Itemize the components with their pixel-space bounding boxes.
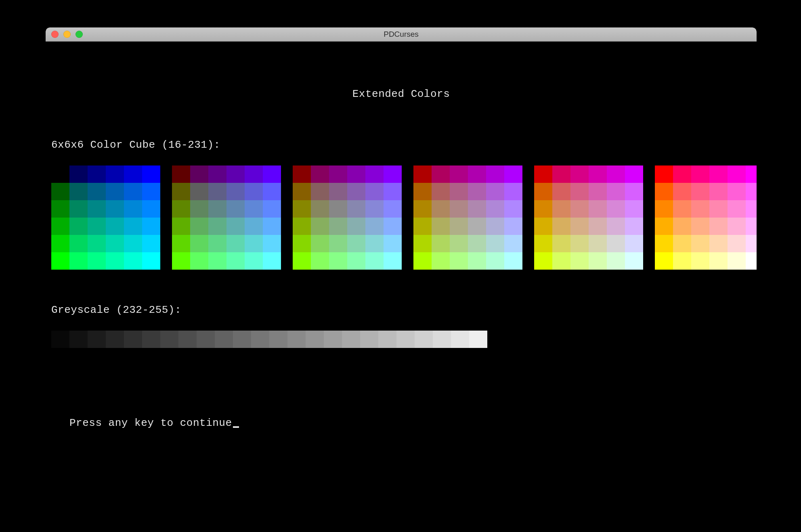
color-swatch <box>504 252 522 270</box>
color-swatch <box>365 252 384 270</box>
color-swatch <box>347 218 365 235</box>
color-swatch <box>293 252 311 270</box>
grey-swatch <box>287 331 306 348</box>
color-swatch <box>450 183 468 200</box>
color-swatch <box>625 252 643 270</box>
color-swatch <box>51 252 69 270</box>
color-swatch <box>190 218 208 235</box>
color-swatch <box>347 200 365 218</box>
color-swatch <box>673 183 691 200</box>
color-swatch <box>709 252 728 270</box>
color-swatch <box>534 218 552 235</box>
color-swatch <box>69 165 88 183</box>
color-swatch <box>311 200 329 218</box>
color-swatch <box>384 235 402 252</box>
color-swatch <box>746 218 757 235</box>
color-swatch <box>552 200 570 218</box>
color-swatch <box>468 235 486 252</box>
maximize-icon[interactable] <box>75 31 83 38</box>
color-swatch <box>124 252 142 270</box>
color-swatch <box>311 218 329 235</box>
color-swatch <box>468 165 486 183</box>
color-swatch <box>190 200 208 218</box>
color-swatch <box>329 235 347 252</box>
color-swatch <box>728 165 746 183</box>
color-swatch <box>673 235 691 252</box>
color-swatch <box>413 183 432 200</box>
color-swatch <box>728 200 746 218</box>
color-swatch <box>329 200 347 218</box>
grey-swatch <box>469 331 487 348</box>
color-swatch <box>625 218 643 235</box>
terminal-area[interactable]: Extended Colors 6x6x6 Color Cube (16-231… <box>46 42 757 517</box>
color-swatch <box>625 183 643 200</box>
color-swatch <box>709 165 728 183</box>
color-swatch <box>432 200 450 218</box>
titlebar[interactable]: PDCurses <box>46 27 757 42</box>
color-swatch <box>570 200 589 218</box>
color-swatch <box>226 165 245 183</box>
color-swatch <box>88 218 106 235</box>
color-swatch <box>51 235 69 252</box>
color-swatch <box>329 165 347 183</box>
color-swatch <box>190 183 208 200</box>
color-swatch <box>691 235 709 252</box>
app-window: PDCurses Extended Colors 6x6x6 Color Cub… <box>46 27 757 517</box>
color-swatch <box>311 235 329 252</box>
color-swatch <box>142 252 160 270</box>
color-swatch <box>347 235 365 252</box>
color-swatch <box>245 218 263 235</box>
color-swatch <box>709 235 728 252</box>
close-icon[interactable] <box>51 31 59 38</box>
color-swatch <box>226 252 245 270</box>
color-swatch <box>589 165 607 183</box>
grey-swatch <box>106 331 124 348</box>
color-swatch <box>245 200 263 218</box>
color-swatch <box>655 218 673 235</box>
color-swatch <box>607 235 625 252</box>
color-swatch <box>329 252 347 270</box>
color-swatch <box>245 165 263 183</box>
color-swatch <box>69 218 88 235</box>
color-swatch <box>413 200 432 218</box>
color-swatch <box>504 218 522 235</box>
color-swatch <box>625 165 643 183</box>
color-swatch <box>329 183 347 200</box>
grey-swatch <box>69 331 88 348</box>
color-swatch <box>347 165 365 183</box>
color-swatch <box>607 218 625 235</box>
minimize-icon[interactable] <box>63 31 71 38</box>
color-swatch <box>226 235 245 252</box>
color-swatch <box>570 165 589 183</box>
color-swatch <box>746 165 757 183</box>
color-swatch <box>552 165 570 183</box>
color-swatch <box>589 183 607 200</box>
grey-swatch <box>360 331 378 348</box>
color-swatch <box>486 252 504 270</box>
color-swatch <box>655 200 673 218</box>
color-swatch <box>709 218 728 235</box>
grey-swatch <box>124 331 142 348</box>
color-swatch <box>106 165 124 183</box>
color-swatch <box>88 183 106 200</box>
color-swatch <box>450 252 468 270</box>
color-swatch <box>655 165 673 183</box>
color-swatch <box>226 200 245 218</box>
grey-swatch <box>142 331 160 348</box>
color-swatch <box>88 200 106 218</box>
color-swatch <box>432 252 450 270</box>
color-swatch <box>51 165 69 183</box>
color-swatch <box>106 235 124 252</box>
color-swatch <box>142 235 160 252</box>
color-swatch <box>311 252 329 270</box>
color-swatch <box>691 165 709 183</box>
color-swatch <box>570 183 589 200</box>
color-swatch <box>245 235 263 252</box>
color-swatch <box>673 252 691 270</box>
color-swatch <box>534 165 552 183</box>
color-swatch <box>172 235 190 252</box>
color-swatch <box>413 235 432 252</box>
color-cube-label: 6x6x6 Color Cube (16-231): <box>51 139 220 151</box>
color-swatch <box>208 183 226 200</box>
color-swatch <box>534 252 552 270</box>
